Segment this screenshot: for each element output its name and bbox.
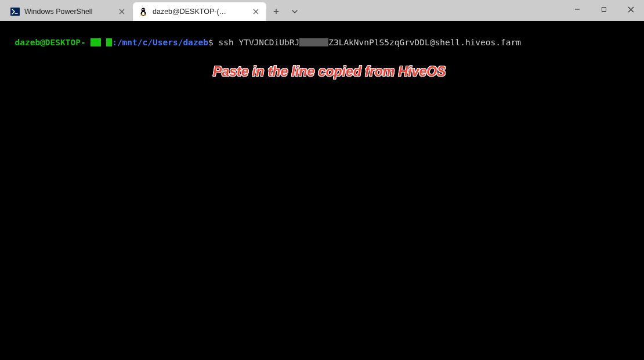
prompt-colon: : [112, 38, 117, 47]
prompt-line: dazeb@DESKTOP- :/mnt/c/Users/dazeb$ ssh … [15, 38, 520, 47]
redacted-host-block [91, 38, 101, 46]
titlebar: Windows PowerShell [0, 0, 644, 21]
tab-label: Windows PowerShell [24, 8, 114, 16]
close-icon[interactable] [251, 7, 261, 16]
prompt-user-host: dazeb@DESKTOP- [15, 38, 85, 47]
plus-icon: + [273, 6, 280, 18]
maximize-button[interactable] [591, 0, 617, 19]
tux-icon [139, 7, 148, 16]
new-tab-button[interactable]: + [267, 2, 285, 21]
window-controls [564, 0, 644, 21]
svg-point-8 [140, 15, 143, 16]
svg-point-6 [143, 9, 143, 10]
svg-point-7 [144, 9, 144, 10]
tab-wsl[interactable]: dazeb@DESKTOP-() [133, 2, 266, 21]
svg-point-3 [142, 12, 145, 16]
powershell-icon [10, 7, 20, 16]
tab-label: dazeb@DESKTOP-() [153, 8, 248, 16]
prompt-cwd: /mnt/c/Users/dazeb [117, 38, 208, 47]
tab-dropdown-button[interactable] [285, 2, 304, 21]
indicator-block [106, 38, 112, 46]
terminal-viewport[interactable]: dazeb@DESKTOP- :/mnt/c/Users/dazeb$ ssh … [0, 21, 644, 360]
annotation-overlay: Paste in the line copied from HiveOS [0, 52, 644, 91]
minimize-button[interactable] [564, 0, 591, 19]
svg-rect-0 [10, 8, 20, 16]
prompt-dollar: $ [208, 38, 218, 47]
svg-point-9 [144, 15, 146, 16]
chevron-down-icon [291, 8, 298, 15]
command-prefix: ssh YTVJNCDiUbRJ [219, 38, 300, 47]
tab-strip: Windows PowerShell [0, 0, 304, 21]
tab-powershell[interactable]: Windows PowerShell [5, 2, 132, 21]
redacted-command-block [299, 38, 328, 46]
svg-rect-10 [602, 8, 606, 12]
close-button[interactable] [617, 0, 644, 19]
command-suffix: Z3LAkNvnPlS5zqGrvDDL@shell.hiveos.farm [328, 38, 521, 47]
annotation-text: Paste in the line copied from HiveOS [213, 64, 446, 79]
close-icon[interactable] [117, 7, 126, 16]
